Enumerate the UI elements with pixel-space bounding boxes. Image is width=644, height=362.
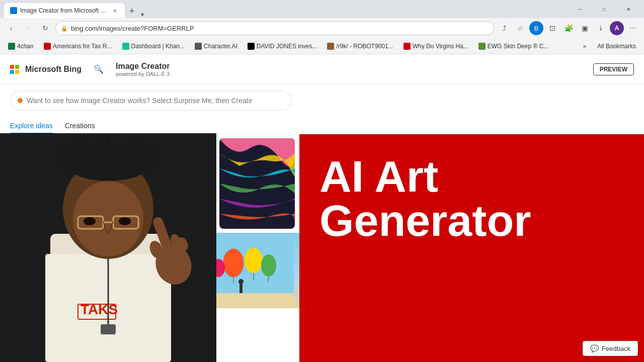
window-controls: ─ □ ✕ bbox=[569, 0, 640, 18]
bookmark-favicon bbox=[44, 43, 51, 50]
menu-icon[interactable]: ⋯ bbox=[626, 21, 640, 35]
profile-avatar[interactable]: A bbox=[610, 21, 624, 35]
forward-button[interactable]: › bbox=[21, 21, 35, 35]
bookmark-ewg[interactable]: EWG Skin Deep ® C... bbox=[474, 42, 553, 51]
bing-page: Microsoft Bing 🔍 Image Creator powered b… bbox=[0, 54, 644, 362]
more-bookmarks-button[interactable]: » bbox=[579, 42, 591, 51]
bookmark-david-jones[interactable]: DAVID JONES inves... bbox=[244, 42, 321, 51]
person-silhouette: TAKS bbox=[0, 133, 216, 362]
bing-logo-text: Microsoft Bing bbox=[25, 65, 82, 74]
search-button[interactable]: 🔍 bbox=[90, 60, 108, 78]
bookmark-label: /r9k/ - ROBOT9001... bbox=[336, 43, 393, 50]
ms-logo-blue bbox=[10, 70, 14, 74]
all-bookmarks-button[interactable]: All Bookmarks bbox=[593, 42, 640, 51]
ms-logo-grid bbox=[10, 65, 19, 74]
svg-point-21 bbox=[238, 279, 244, 284]
maximize-button[interactable]: □ bbox=[593, 0, 616, 18]
tab-favicon bbox=[10, 7, 17, 14]
ms-logo-red bbox=[10, 65, 14, 69]
bookmark-label: DAVID JONES inves... bbox=[257, 43, 317, 50]
tab-title: Image Creator from Microsoft B... bbox=[20, 7, 108, 14]
bookmark-dashboard-khan[interactable]: Dashboard | Khan... bbox=[118, 42, 189, 51]
bookmark-label: Character.AI bbox=[204, 43, 237, 50]
preview-button[interactable]: PREVIEW bbox=[593, 63, 634, 75]
ms-logo-green bbox=[15, 65, 19, 69]
svg-rect-71 bbox=[101, 324, 116, 334]
bookmark-favicon bbox=[8, 43, 15, 50]
tab-creations[interactable]: Creations bbox=[65, 119, 95, 134]
prompt-indicator bbox=[18, 98, 23, 103]
share-icon[interactable]: ⤴ bbox=[497, 21, 511, 35]
close-button[interactable]: ✕ bbox=[617, 0, 640, 18]
video-title: AI Art Generator bbox=[299, 134, 644, 263]
bookmark-favicon bbox=[122, 43, 129, 50]
active-tab[interactable]: Image Creator from Microsoft B... ✕ bbox=[4, 3, 125, 18]
bookmark-label: Dashboard | Khan... bbox=[131, 43, 185, 50]
bing-search-icon[interactable]: B bbox=[529, 21, 543, 35]
browser-frame: Image Creator from Microsoft B... ✕ + ▾ … bbox=[0, 0, 644, 362]
favorites-icon[interactable]: ☆ bbox=[513, 21, 527, 35]
prompt-input[interactable] bbox=[27, 97, 284, 105]
bookmark-label: EWG Skin Deep ® C... bbox=[488, 43, 549, 50]
bookmark-favicon bbox=[478, 43, 486, 50]
image-creator-info: Image Creator powered by DALL·E 3 bbox=[116, 62, 170, 77]
ms-logo-yellow bbox=[15, 70, 19, 74]
image-creator-title: Image Creator bbox=[116, 62, 170, 71]
title-bar: Image Creator from Microsoft B... ✕ + ▾ … bbox=[0, 0, 644, 18]
bookmark-r9k[interactable]: /r9k/ - ROBOT9001... bbox=[323, 42, 397, 51]
person-overlay: TAKS bbox=[0, 133, 216, 362]
bookmark-label: Why Do Virgins Ha... bbox=[413, 43, 468, 50]
url-text: bing.com/images/create?FORM=GERRLP bbox=[71, 25, 489, 32]
tab-bar: Image Creator from Microsoft B... ✕ + ▾ bbox=[4, 0, 569, 18]
minimize-button[interactable]: ─ bbox=[569, 0, 592, 18]
bookmarks-bar: 4chan Americans for Tax R... Dashboard |… bbox=[0, 38, 644, 54]
url-bar[interactable]: 🔒 bing.com/images/create?FORM=GERRLP bbox=[55, 21, 494, 35]
bookmark-characterai[interactable]: Character.AI bbox=[191, 42, 242, 51]
bing-header: Microsoft Bing 🔍 Image Creator powered b… bbox=[0, 54, 644, 84]
toolbar-icons: ⤴ ☆ B ⊡ 🧩 ▣ ⤓ A ⋯ bbox=[497, 21, 640, 35]
wavy-art-svg bbox=[219, 138, 295, 229]
downloads-icon[interactable]: ⤓ bbox=[594, 21, 608, 35]
search-area bbox=[0, 84, 644, 117]
tab-strip-expand[interactable]: ▾ bbox=[141, 11, 144, 18]
bookmark-label: 4chan bbox=[17, 43, 34, 50]
feedback-label: Feedback bbox=[602, 345, 630, 352]
video-overlay: AI Art Generator bbox=[299, 134, 644, 362]
svg-rect-20 bbox=[239, 283, 243, 293]
tab-close-button[interactable]: ✕ bbox=[111, 7, 119, 15]
svg-point-66 bbox=[119, 217, 131, 225]
bookmark-why-virgins[interactable]: Why Do Virgins Ha... bbox=[399, 42, 472, 51]
bookmark-favicon bbox=[327, 43, 334, 50]
bookmark-americans-tax[interactable]: Americans for Tax R... bbox=[40, 42, 116, 51]
svg-point-61 bbox=[73, 181, 143, 256]
reload-button[interactable]: ↻ bbox=[38, 21, 52, 35]
gallery-image-wavy[interactable] bbox=[219, 138, 295, 229]
sidebar-icon[interactable]: ▣ bbox=[578, 21, 592, 35]
bookmark-label: Americans for Tax R... bbox=[53, 43, 112, 50]
lock-icon: 🔒 bbox=[61, 25, 68, 32]
svg-point-25 bbox=[245, 248, 263, 273]
gallery-container: 🎨 bbox=[0, 134, 644, 362]
svg-point-27 bbox=[261, 254, 276, 277]
bookmark-favicon bbox=[248, 43, 255, 50]
extensions-icon[interactable]: 🧩 bbox=[561, 21, 576, 35]
image-creator-subtitle: powered by DALL·E 3 bbox=[116, 71, 170, 77]
bookmark-favicon bbox=[195, 43, 202, 50]
feedback-icon: 💬 bbox=[590, 344, 599, 352]
bing-logo[interactable]: Microsoft Bing bbox=[10, 65, 82, 74]
feedback-button[interactable]: 💬 Feedback bbox=[583, 341, 638, 356]
content-tabs: Explore ideas Creations bbox=[0, 117, 644, 134]
bookmark-favicon bbox=[404, 43, 411, 50]
svg-point-65 bbox=[84, 217, 96, 225]
tab-explore-ideas[interactable]: Explore ideas bbox=[10, 119, 53, 134]
address-bar: ‹ › ↻ 🔒 bing.com/images/create?FORM=GERR… bbox=[0, 18, 644, 38]
bookmark-4chan[interactable]: 4chan bbox=[4, 42, 38, 51]
browser-mode-icon[interactable]: ⊡ bbox=[545, 21, 559, 35]
page-content: Microsoft Bing 🔍 Image Creator powered b… bbox=[0, 54, 644, 362]
back-button[interactable]: ‹ bbox=[4, 21, 18, 35]
new-tab-button[interactable]: + bbox=[125, 4, 139, 18]
